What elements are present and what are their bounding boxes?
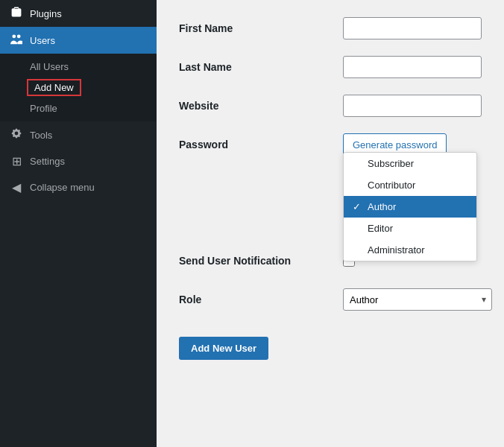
- website-input[interactable]: [343, 95, 482, 117]
- sidebar-item-profile[interactable]: Profile: [0, 98, 157, 118]
- last-name-label: Last Name: [179, 61, 343, 73]
- role-label: Role: [179, 294, 343, 305]
- sidebar-item-plugins[interactable]: Plugins: [0, 0, 157, 27]
- sidebar-item-users-label: Users: [30, 35, 55, 46]
- plugins-icon: [9, 6, 24, 21]
- contributor-check: [353, 180, 363, 191]
- sidebar-item-all-users[interactable]: All Users: [0, 57, 157, 77]
- role-select[interactable]: Subscriber Contributor Author Editor Adm…: [343, 288, 492, 311]
- sidebar-item-users[interactable]: Users: [0, 27, 157, 54]
- sidebar-item-settings[interactable]: ⊞ Settings: [0, 148, 157, 174]
- subscriber-check: [353, 158, 363, 169]
- first-name-label: First Name: [179, 22, 343, 34]
- last-name-row: Last Name: [179, 54, 482, 80]
- first-name-input[interactable]: [343, 17, 482, 39]
- collapse-icon: ◀: [9, 180, 24, 194]
- last-name-input[interactable]: [343, 56, 482, 78]
- sidebar-item-collapse[interactable]: ◀ Collapse menu: [0, 174, 157, 200]
- dropdown-item-administrator[interactable]: Administrator: [344, 239, 476, 261]
- password-row: Password Generate password Subscriber Co…: [179, 131, 482, 158]
- role-row: Role Subscriber Contributor Author Edito…: [179, 286, 482, 313]
- sidebar-item-plugins-label: Plugins: [30, 8, 62, 19]
- dropdown-item-author[interactable]: ✓ Author: [344, 196, 476, 218]
- editor-check: [353, 223, 363, 234]
- sidebar: Plugins Users All Users Add New Profile …: [0, 0, 157, 447]
- author-check: ✓: [353, 201, 363, 212]
- users-submenu: All Users Add New Profile: [0, 54, 157, 121]
- sidebar-item-settings-label: Settings: [30, 156, 65, 167]
- first-name-row: First Name: [179, 15, 482, 42]
- users-icon: [9, 33, 24, 48]
- sidebar-item-tools-label: Tools: [30, 130, 52, 141]
- administrator-check: [353, 244, 363, 256]
- settings-icon: ⊞: [9, 154, 24, 168]
- role-select-wrapper: Subscriber Contributor Author Editor Adm…: [343, 288, 492, 311]
- role-dropdown: Subscriber Contributor ✓ Author Editor A…: [343, 152, 477, 261]
- sidebar-item-add-new[interactable]: Add New: [27, 79, 81, 96]
- dropdown-item-subscriber[interactable]: Subscriber: [344, 153, 476, 174]
- sidebar-item-collapse-label: Collapse menu: [30, 182, 95, 193]
- website-row: Website: [179, 92, 482, 119]
- send-notification-label: Send User Notification: [179, 255, 343, 267]
- main-content: First Name Last Name Website Password Ge…: [157, 0, 504, 447]
- dropdown-item-contributor[interactable]: Contributor: [344, 174, 476, 196]
- sidebar-item-tools[interactable]: Tools: [0, 121, 157, 148]
- password-label: Password: [179, 139, 343, 150]
- dropdown-item-editor[interactable]: Editor: [344, 218, 476, 239]
- add-new-user-button[interactable]: Add New User: [179, 337, 268, 360]
- tools-icon: [9, 127, 24, 142]
- website-label: Website: [179, 100, 343, 112]
